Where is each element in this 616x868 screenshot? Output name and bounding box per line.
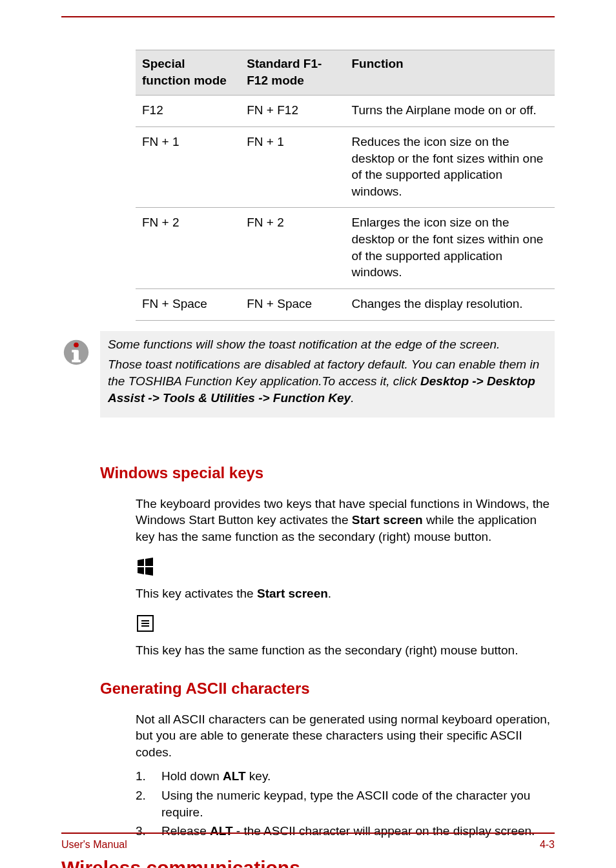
function-key-table: Special function mode Standard F1-F12 mo…: [136, 50, 555, 321]
heading-wireless-communications: Wireless communications: [61, 855, 555, 868]
text-part: .: [328, 587, 331, 600]
app-key-description: This key has the same function as the se…: [136, 642, 555, 659]
table-cell: FN + 1: [240, 126, 345, 208]
text-bold: Start screen: [257, 587, 328, 600]
note-line-1: Some functions will show the toast notif…: [108, 336, 547, 353]
table-cell: FN + 1: [136, 126, 240, 208]
table-cell: F12: [136, 96, 240, 127]
ascii-intro: Not all ASCII characters can be generate…: [136, 711, 555, 761]
table-cell: Turns the Airplane mode on or off.: [345, 96, 555, 127]
footer-page-number: 4-3: [540, 838, 555, 852]
list-item: Using the numeric keypad, type the ASCII…: [136, 787, 555, 820]
windows-intro: The keyboard provides two keys that have…: [136, 496, 555, 545]
info-icon: [61, 338, 91, 367]
table-row: FN + 1 FN + 1 Reduces the icon size on t…: [136, 126, 555, 208]
svg-rect-4: [72, 359, 80, 362]
svg-rect-3: [72, 350, 76, 352]
list-item: Hold down ALT key.: [136, 768, 555, 785]
svg-marker-5: [138, 559, 144, 566]
text-part: Hold down: [161, 769, 223, 783]
note-block: Some functions will show the toast notif…: [61, 331, 555, 444]
top-rule: [61, 16, 555, 17]
svg-marker-8: [145, 567, 153, 576]
svg-marker-7: [138, 567, 144, 574]
text-part: This key activates the: [136, 587, 257, 600]
windows-key-icon: [136, 557, 155, 576]
note-text-tail: .: [351, 391, 354, 405]
svg-marker-6: [145, 558, 153, 566]
table-row: FN + Space FN + Space Changes the displa…: [136, 289, 555, 321]
svg-point-1: [74, 342, 79, 347]
table-row: FN + 2 FN + 2 Enlarges the icon size on …: [136, 208, 555, 289]
table-cell: Changes the display resolution.: [345, 289, 555, 321]
heading-generating-ascii: Generating ASCII characters: [100, 678, 555, 699]
text-bold: ALT: [223, 769, 246, 783]
heading-windows-special-keys: Windows special keys: [100, 463, 555, 483]
footer-manual-label: User's Manual: [61, 838, 127, 852]
table-header-function: Function: [345, 50, 555, 96]
note-line-2: Those toast notifications are disabled a…: [108, 356, 547, 406]
application-key-icon: [136, 614, 155, 633]
table-cell: FN + F12: [240, 96, 345, 127]
table-header-standard: Standard F1-F12 mode: [240, 50, 345, 96]
table-cell: FN + 2: [136, 208, 240, 289]
text-bold: Start screen: [352, 513, 423, 527]
table-row: F12 FN + F12 Turns the Airplane mode on …: [136, 96, 555, 127]
table-header-special: Special function mode: [136, 50, 240, 96]
table-cell: FN + 2: [240, 208, 345, 289]
start-key-description: This key activates the Start screen.: [136, 585, 555, 602]
text-part: key.: [246, 769, 271, 783]
table-cell: Enlarges the icon size on the desktop or…: [345, 208, 555, 289]
table-cell: Reduces the icon size on the desktop or …: [345, 126, 555, 208]
page-footer: User's Manual 4-3: [61, 833, 555, 852]
table-cell: FN + Space: [136, 289, 240, 321]
ascii-steps: Hold down ALT key. Using the numeric key…: [136, 768, 555, 840]
table-cell: FN + Space: [240, 289, 345, 321]
